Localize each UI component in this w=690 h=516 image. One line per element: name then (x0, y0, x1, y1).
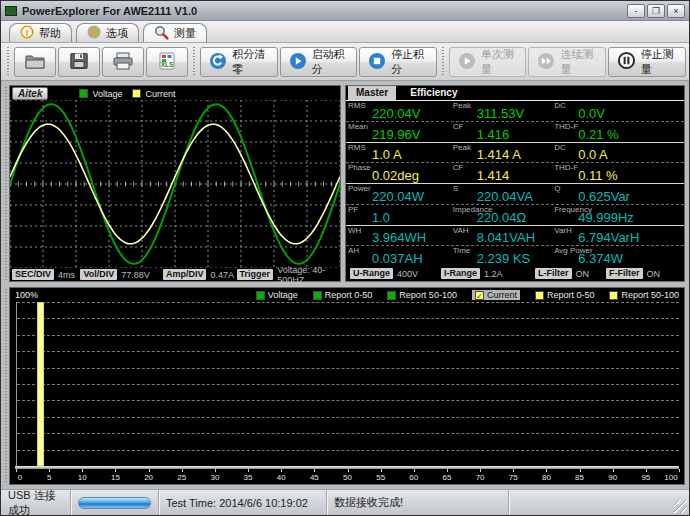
measurement-value: 2.239 KS (477, 251, 531, 266)
status-filler (509, 490, 689, 515)
button-停止积分[interactable]: 停止积分 (359, 47, 436, 77)
measurement-cell: Q0.625Var (552, 184, 684, 204)
measurement-value: 0.02deg (372, 168, 419, 183)
y-axis-max-label: 100% (15, 290, 38, 300)
scope-settings-bar: SEC/DIV4msVol/DIV77.88VAmp/DIV0.47ATrigg… (10, 268, 340, 281)
axis-tick-label: 75 (509, 473, 518, 482)
measurement-label: CF (453, 163, 464, 172)
report-legend-item-current[interactable]: ✓Current (472, 290, 520, 300)
panel-splitter-handle-bottom[interactable] (4, 289, 8, 483)
button-label: 停止测量 (641, 47, 677, 77)
usb-status: USB 连接成功 (1, 490, 71, 515)
measurement-label: VarH (554, 226, 572, 235)
setting-value: 4ms (58, 270, 75, 280)
progress-bar (78, 497, 151, 509)
measurement-value: 49.999Hz (578, 210, 634, 225)
measurement-label: DC (554, 143, 566, 152)
tab-gear[interactable]: 选项 (76, 23, 139, 42)
axis-tick (513, 469, 514, 472)
export-xls-button[interactable]: XLS (146, 47, 188, 77)
legend-item-voltage: Voltage (79, 89, 122, 99)
tab-label: 选项 (106, 26, 128, 41)
measurement-tab-bar: MasterEfficiency (346, 86, 684, 101)
range-value: ON (647, 269, 661, 279)
gridline (17, 368, 679, 369)
report-legend-item-voltage[interactable]: Voltage (256, 290, 298, 300)
measurement-cell: S220.04VA (451, 184, 552, 204)
measurement-label: Peak (453, 143, 471, 152)
app-window: PowerExplorer For AWE2111 V1.0 -❐× !帮助选项… (0, 0, 690, 516)
measurement-value: 0.037AH (372, 251, 423, 266)
measurement-label: Peak (453, 101, 471, 110)
reset-icon (209, 52, 227, 72)
range-f-filter: F-FilterON (606, 268, 660, 279)
restore-button[interactable]: ❐ (647, 4, 665, 18)
measurement-value: 1.416 (477, 127, 510, 142)
setting-chip: SEC/DIV (12, 269, 54, 280)
axis-tick-label: 55 (376, 473, 385, 482)
waveform-chart (10, 100, 340, 268)
toolbar-drag-handle[interactable] (6, 47, 10, 77)
tab-warning[interactable]: !帮助 (9, 23, 72, 42)
measurement-row: Power220.04WS220.04VAQ0.625Var (346, 183, 684, 204)
axis-tick-label: 70 (476, 473, 485, 482)
measurement-value: 3.964WH (372, 230, 426, 245)
save-button[interactable] (58, 47, 100, 77)
report-legend-item-report-0-50[interactable]: Report 0-50 (535, 290, 595, 300)
floppy-icon (69, 52, 89, 72)
measurement-value: 220.04W (372, 189, 424, 204)
axis-tick (613, 469, 614, 472)
measurement-value: 0.625Var (578, 189, 630, 204)
tab-magnifier[interactable]: 测量 (143, 23, 207, 42)
print-button[interactable] (102, 47, 144, 77)
progress-panel (71, 490, 159, 515)
play-icon (458, 52, 476, 72)
legend-label: Report 0-50 (547, 290, 595, 300)
measurement-label: Phase (348, 163, 371, 172)
measurement-tab-efficiency[interactable]: Efficiency (402, 86, 465, 100)
measurement-cell: CF1.416 (451, 122, 552, 142)
measurement-tab-master[interactable]: Master (348, 86, 396, 100)
report-legend-item-report-50-100[interactable]: Report 50-100 (609, 290, 679, 300)
button-停止测量[interactable]: 停止测量 (608, 47, 686, 77)
axis-tick (82, 469, 83, 472)
button-积分清零[interactable]: 积分清零 (200, 47, 277, 77)
report-chart-panel: 100% VoltageReport 0-50Report 50-100✓Cur… (9, 287, 685, 485)
measurement-label: PF (348, 205, 358, 214)
report-legend-item-report-0-50[interactable]: Report 0-50 (313, 290, 373, 300)
measurement-cell: RMS220.04V (346, 101, 451, 121)
measurement-label: Time (453, 246, 470, 255)
button-启动积分[interactable]: 启动积分 (280, 47, 357, 77)
axis-tick (248, 469, 249, 472)
printer-icon (112, 52, 134, 72)
legend-label: Report 0-50 (325, 290, 373, 300)
open-button[interactable] (14, 47, 56, 77)
measurement-cell: Frequency49.999Hz (552, 205, 684, 225)
measurement-value: 1.0 (372, 210, 390, 225)
setting-chip: Amp/DIV (163, 269, 207, 280)
resize-grip[interactable] (674, 500, 687, 513)
window-controls: -❐× (625, 4, 685, 18)
measurement-value: 0.0V (578, 106, 605, 121)
toolbar: XLS积分清零启动积分停止积分单次测量连续测量停止测量 (1, 43, 689, 81)
measurement-label: CF (453, 122, 464, 131)
minimize-button[interactable]: - (627, 4, 645, 18)
measurement-row: WH3.964WHVAH8.041VAHVarH6.794VarH (346, 225, 684, 246)
scope-header: Aitek VoltageCurrent (10, 86, 340, 100)
measurement-value: 220.04VA (477, 189, 533, 204)
measurement-label: Q (554, 184, 560, 193)
axis-tick-label: 10 (78, 473, 87, 482)
close-button[interactable]: × (667, 4, 685, 18)
axis-tick (580, 469, 581, 472)
axis-tick-label: 85 (575, 473, 584, 482)
button-label: 单次测量 (481, 47, 517, 77)
app-icon (5, 6, 17, 16)
legend-label: Report 50-100 (621, 290, 679, 300)
axis-tick-label: 0 (18, 473, 22, 482)
panel-splitter-handle[interactable] (4, 87, 8, 280)
toolbar-drag-handle[interactable] (441, 47, 445, 77)
report-legend-item-report-50-100[interactable]: Report 50-100 (387, 290, 457, 300)
toolbar-drag-handle[interactable] (192, 47, 196, 77)
axis-tick-label: 30 (210, 473, 219, 482)
measurement-cell: Avg Power6.374W (552, 246, 684, 266)
